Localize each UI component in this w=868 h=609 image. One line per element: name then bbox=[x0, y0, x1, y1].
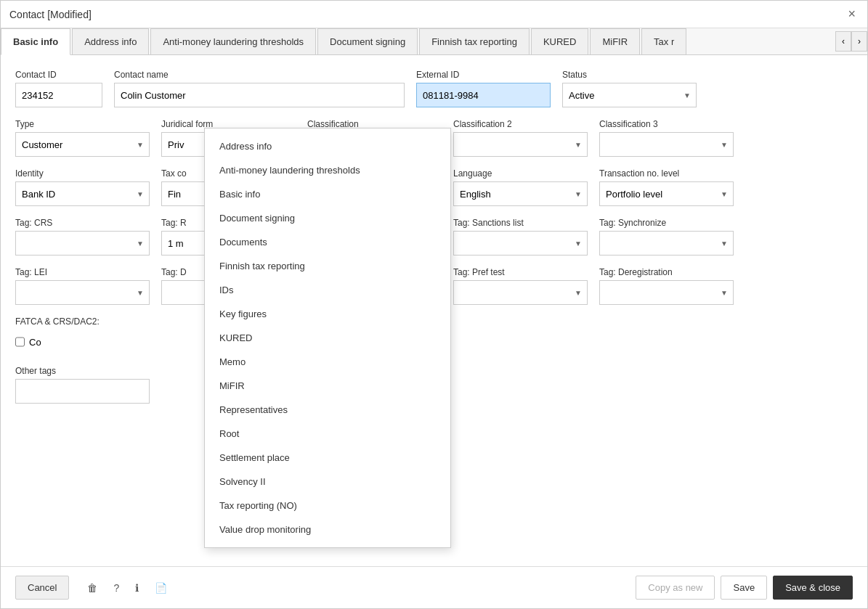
language-label: Language bbox=[453, 168, 588, 179]
contact-name-label: Contact name bbox=[114, 70, 405, 80]
tab-basic-info[interactable]: Basic info bbox=[1, 28, 70, 55]
dropdown-item-memo[interactable]: Memo bbox=[205, 350, 450, 374]
copy-as-new-button[interactable]: Copy as new bbox=[636, 576, 715, 600]
status-select[interactable]: Active Inactive bbox=[562, 83, 697, 107]
tag-dereg-label: Tag: Deregistration bbox=[599, 267, 734, 277]
status-select-wrapper: Active Inactive bbox=[562, 83, 697, 107]
dropdown-item-mifir[interactable]: MiFIR bbox=[205, 374, 450, 398]
classification2-select[interactable] bbox=[453, 132, 588, 157]
cancel-button[interactable]: Cancel bbox=[15, 576, 69, 600]
classification3-field: Classification 3 bbox=[599, 119, 734, 157]
save-button[interactable]: Save bbox=[721, 576, 767, 600]
tag-pref-select[interactable] bbox=[453, 280, 588, 305]
dropdown-item-representatives[interactable]: Representatives bbox=[205, 398, 450, 422]
tag-crs-select[interactable] bbox=[15, 231, 150, 256]
contact-id-input[interactable]: 234152 bbox=[15, 83, 102, 107]
tag-crs-field: Tag: CRS bbox=[15, 218, 150, 256]
dropdown-item-value-drop[interactable]: Value drop monitoring bbox=[205, 518, 450, 541]
tag-pref-field: Tag: Pref test bbox=[453, 267, 588, 305]
fatca-field: FATCA & CRS/DAC2: Co bbox=[15, 316, 100, 354]
help-button[interactable]: ? bbox=[107, 577, 126, 599]
dropdown-item-ids[interactable]: IDs bbox=[205, 278, 450, 302]
dropdown-item-solvency[interactable]: Solvency II bbox=[205, 470, 450, 494]
info-button[interactable]: ℹ bbox=[129, 577, 145, 599]
classification3-select-wrapper bbox=[599, 132, 734, 157]
txnlevel-select[interactable]: Portfolio level bbox=[599, 181, 734, 206]
tabs-next-button[interactable]: › bbox=[851, 31, 867, 52]
contact-name-input[interactable]: Colin Customer bbox=[114, 83, 405, 107]
tag-sync-select[interactable] bbox=[599, 231, 734, 256]
tag-sanctions-select[interactable] bbox=[453, 231, 588, 256]
tab-tax-r[interactable]: Tax r bbox=[641, 28, 686, 54]
dropdown-item-address-info[interactable]: Address info bbox=[205, 134, 450, 158]
identity-select[interactable]: Bank ID bbox=[15, 181, 150, 206]
status-label: Status bbox=[562, 70, 697, 80]
tag-sanctions-field: Tag: Sanctions list bbox=[453, 218, 588, 256]
dropdown-item-anti-money[interactable]: Anti-money laundering thresholds bbox=[205, 158, 450, 182]
save-close-button[interactable]: Save & close bbox=[773, 576, 853, 600]
classification2-label: Classification 2 bbox=[453, 119, 588, 129]
tab-finnish-tax[interactable]: Finnish tax reporting bbox=[419, 28, 530, 54]
tag-dereg-select[interactable] bbox=[599, 280, 734, 305]
tab-document-signing[interactable]: Document signing bbox=[317, 28, 418, 54]
other-tags-field: Other tags bbox=[15, 366, 150, 404]
modal-footer: Cancel 🗑 ? ℹ 📄 Copy as new Save Save & c… bbox=[1, 566, 867, 608]
dropdown-item-document-signing[interactable]: Document signing bbox=[205, 206, 450, 230]
doc-button[interactable]: 📄 bbox=[148, 577, 174, 599]
dropdown-item-key-figures[interactable]: Key figures bbox=[205, 302, 450, 326]
classification2-select-wrapper bbox=[453, 132, 588, 157]
other-tags-input[interactable] bbox=[15, 379, 150, 404]
dropdown-item-basic-info[interactable]: Basic info bbox=[205, 182, 450, 206]
external-id-input[interactable] bbox=[416, 83, 551, 107]
tab-mifir[interactable]: MiFIR bbox=[590, 28, 640, 54]
tag-crs-label: Tag: CRS bbox=[15, 218, 150, 228]
dropdown-item-kured[interactable]: KURED bbox=[205, 326, 450, 350]
classification3-label: Classification 3 bbox=[599, 119, 734, 129]
footer-icons: 🗑 ? ℹ 📄 bbox=[81, 577, 174, 599]
dropdown-item-settlement[interactable]: Settlement place bbox=[205, 446, 450, 470]
dropdown-item-root[interactable]: Root bbox=[205, 422, 450, 446]
tag-lei-select-wrapper bbox=[15, 280, 150, 305]
contact-id-label: Contact ID bbox=[15, 70, 102, 80]
contact-name-field: Contact name Colin Customer bbox=[114, 70, 405, 107]
tag-dereg-select-wrapper bbox=[599, 280, 734, 305]
txnlevel-label: Transaction no. level bbox=[599, 168, 734, 179]
tag-crs-select-wrapper bbox=[15, 231, 150, 256]
dropdown-item-finnish-tax[interactable]: Finnish tax reporting bbox=[205, 254, 450, 278]
classification3-select[interactable] bbox=[599, 132, 734, 157]
status-field: Status Active Inactive bbox=[562, 70, 697, 107]
other-tags-label: Other tags bbox=[15, 366, 150, 376]
type-label: Type bbox=[15, 119, 150, 129]
tag-dereg-field: Tag: Deregistration bbox=[599, 267, 734, 305]
identity-field: Identity Bank ID bbox=[15, 168, 150, 206]
identity-label: Identity bbox=[15, 168, 150, 179]
language-field: Language English bbox=[453, 168, 588, 206]
external-id-label: External ID bbox=[416, 70, 551, 80]
tag-sanctions-select-wrapper bbox=[453, 231, 588, 256]
delete-button[interactable]: 🗑 bbox=[81, 577, 104, 599]
tab-address-info[interactable]: Address info bbox=[72, 28, 149, 54]
language-select[interactable]: English bbox=[453, 181, 588, 206]
modal-body: Contact ID 234152 Contact name Colin Cus… bbox=[1, 55, 867, 566]
contact-modal: Contact [Modified] × Basic info Address … bbox=[0, 0, 868, 609]
tag-sync-select-wrapper bbox=[599, 231, 734, 256]
txnlevel-field: Transaction no. level Portfolio level bbox=[599, 168, 734, 206]
external-id-field: External ID bbox=[416, 70, 551, 107]
txnlevel-select-wrapper: Portfolio level bbox=[599, 181, 734, 206]
tag-lei-select[interactable] bbox=[15, 280, 150, 305]
type-select[interactable]: Customer Prospect bbox=[15, 132, 150, 157]
tab-kured[interactable]: KURED bbox=[531, 28, 589, 54]
classification2-field: Classification 2 bbox=[453, 119, 588, 157]
type-select-wrapper: Customer Prospect bbox=[15, 132, 150, 157]
tab-anti-money[interactable]: Anti-money laundering thresholds bbox=[150, 28, 316, 54]
tag-lei-field: Tag: LEI bbox=[15, 267, 150, 305]
fatca-checkbox[interactable] bbox=[15, 330, 25, 354]
close-button[interactable]: × bbox=[845, 7, 859, 22]
tabs-nav: ‹ › bbox=[835, 31, 867, 52]
language-select-wrapper: English bbox=[453, 181, 588, 206]
tabs-prev-button[interactable]: ‹ bbox=[835, 31, 851, 52]
tag-pref-label: Tag: Pref test bbox=[453, 267, 588, 277]
dropdown-item-documents[interactable]: Documents bbox=[205, 230, 450, 254]
dropdown-item-tax-no[interactable]: Tax reporting (NO) bbox=[205, 494, 450, 518]
tabs-bar: Basic info Address info Anti-money laund… bbox=[1, 28, 867, 55]
